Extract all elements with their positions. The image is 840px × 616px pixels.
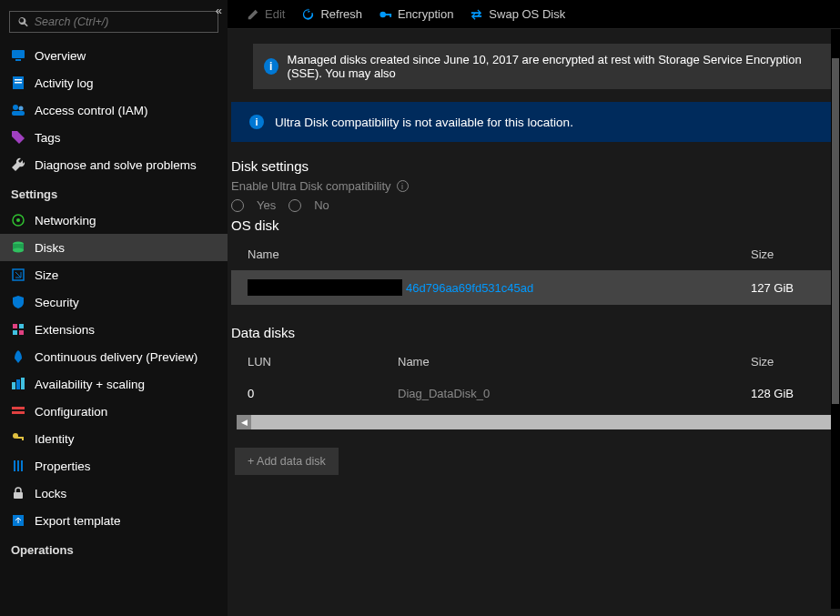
nav-label: Identity: [35, 432, 75, 446]
svg-rect-28: [21, 460, 23, 471]
svg-rect-7: [12, 111, 25, 116]
edit-button[interactable]: Edit: [246, 7, 285, 21]
wrench-icon: [11, 157, 25, 172]
info-icon: i: [249, 115, 264, 129]
disks-icon: [11, 240, 25, 255]
log-icon: [11, 76, 25, 90]
svg-rect-3: [15, 79, 22, 81]
swap-os-disk-button[interactable]: Swap OS Disk: [470, 7, 565, 21]
os-disk-row[interactable]: 46d796aa69fd531c45ad 127 GiB: [231, 270, 840, 305]
col-lun: LUN: [248, 355, 398, 369]
redacted-text: [248, 279, 402, 296]
nav-identity[interactable]: Identity: [0, 425, 228, 452]
data-disk-lun: 0: [248, 387, 398, 400]
nav-export-template[interactable]: Export template: [0, 507, 228, 534]
col-size: Size: [751, 247, 824, 261]
svg-rect-33: [390, 14, 391, 17]
lock-icon: [11, 486, 25, 500]
extensions-icon: [11, 322, 25, 337]
nav-label: Activity log: [35, 76, 94, 90]
svg-point-5: [13, 105, 18, 110]
nav-disks[interactable]: Disks: [0, 234, 228, 261]
refresh-icon: [301, 7, 315, 21]
monitor-icon: [11, 48, 25, 63]
nav-networking[interactable]: Networking: [0, 207, 228, 234]
scaling-icon: [11, 377, 25, 391]
nav-availability-scaling[interactable]: Availability + scaling: [0, 370, 228, 398]
nav-iam[interactable]: Access control (IAM): [0, 96, 228, 124]
nav-label: Networking: [35, 214, 96, 227]
rocket-icon: [11, 349, 25, 364]
encryption-button[interactable]: Encryption: [379, 7, 453, 21]
nav-label: Configuration: [35, 405, 107, 419]
data-disks-title: Data disks: [231, 325, 840, 340]
nav-label: Tags: [35, 131, 61, 145]
collapse-sidebar-icon[interactable]: «: [216, 4, 222, 17]
nav-overview[interactable]: Overview: [0, 42, 228, 69]
nav-locks[interactable]: Locks: [0, 480, 228, 507]
svg-rect-18: [12, 382, 15, 389]
ultra-disk-label: Enable Ultra Disk compatibility i: [231, 179, 840, 193]
nav-tags[interactable]: Tags: [0, 124, 228, 151]
data-disk-name: Diag_DataDisk_0: [398, 387, 751, 400]
toolbar-label: Encryption: [398, 7, 453, 21]
key-icon: [11, 431, 25, 446]
svg-rect-0: [12, 50, 25, 58]
scroll-left-arrow[interactable]: ◀: [237, 415, 251, 429]
toolbar: Edit Refresh Encryption Swap OS Disk: [228, 0, 840, 29]
main-panel: Edit Refresh Encryption Swap OS Disk i M…: [228, 0, 840, 616]
nav-label: Continuous delivery (Preview): [35, 350, 197, 364]
nav-continuous-delivery[interactable]: Continuous delivery (Preview): [0, 343, 228, 370]
nav-configuration[interactable]: Configuration: [0, 398, 228, 425]
pencil-icon: [246, 7, 259, 21]
people-icon: [11, 103, 25, 117]
radio-yes-label: Yes: [257, 198, 276, 212]
refresh-button[interactable]: Refresh: [301, 7, 362, 21]
export-icon: [11, 513, 25, 528]
svg-rect-16: [13, 330, 17, 335]
svg-rect-27: [17, 460, 19, 471]
radio-no-label: No: [314, 198, 329, 212]
nav-label: Overview: [35, 49, 86, 63]
nav-diagnose[interactable]: Diagnose and solve problems: [0, 151, 228, 178]
nav-label: Size: [35, 268, 58, 282]
svg-rect-1: [15, 59, 21, 61]
shield-icon: [11, 295, 25, 309]
svg-rect-21: [12, 407, 25, 409]
search-input[interactable]: [35, 15, 210, 28]
nav-properties[interactable]: Properties: [0, 452, 228, 480]
data-disk-row[interactable]: 0 Diag_DataDisk_0 128 GiB: [231, 378, 840, 409]
svg-rect-17: [19, 330, 24, 335]
nav-size[interactable]: Size: [0, 261, 228, 288]
radio-no[interactable]: [288, 199, 301, 212]
data-disks-table-header: LUN Name Size: [231, 346, 840, 378]
nav-extensions[interactable]: Extensions: [0, 316, 228, 343]
nav-label: Security: [35, 296, 79, 309]
vertical-scrollbar-track[interactable]: [831, 29, 840, 609]
banner-text: Ultra Disk compatibility is not availabl…: [275, 116, 573, 129]
info-icon[interactable]: i: [397, 180, 409, 192]
svg-rect-15: [19, 324, 24, 328]
encryption-icon: [379, 7, 392, 21]
swap-icon: [470, 7, 483, 21]
svg-rect-26: [14, 460, 15, 471]
col-name: Name: [248, 247, 751, 261]
col-size: Size: [751, 355, 824, 369]
network-icon: [11, 213, 25, 227]
properties-icon: [11, 459, 25, 473]
nav-label: Properties: [35, 459, 91, 473]
svg-rect-4: [15, 82, 22, 84]
search-icon: [17, 15, 29, 28]
toolbar-label: Edit: [265, 7, 285, 21]
horizontal-scrollbar[interactable]: ◀: [237, 415, 833, 429]
search-input-wrap[interactable]: [9, 11, 218, 33]
svg-rect-19: [16, 379, 20, 389]
os-disk-link[interactable]: 46d796aa69fd531c45ad: [406, 281, 533, 295]
vertical-scrollbar-thumb[interactable]: [832, 58, 839, 404]
operations-section-label: Operations: [0, 534, 228, 562]
nav-activity-log[interactable]: Activity log: [0, 69, 228, 96]
svg-rect-22: [12, 411, 25, 414]
add-data-disk-button[interactable]: + Add data disk: [235, 448, 339, 475]
radio-yes[interactable]: [231, 199, 244, 212]
nav-security[interactable]: Security: [0, 288, 228, 316]
